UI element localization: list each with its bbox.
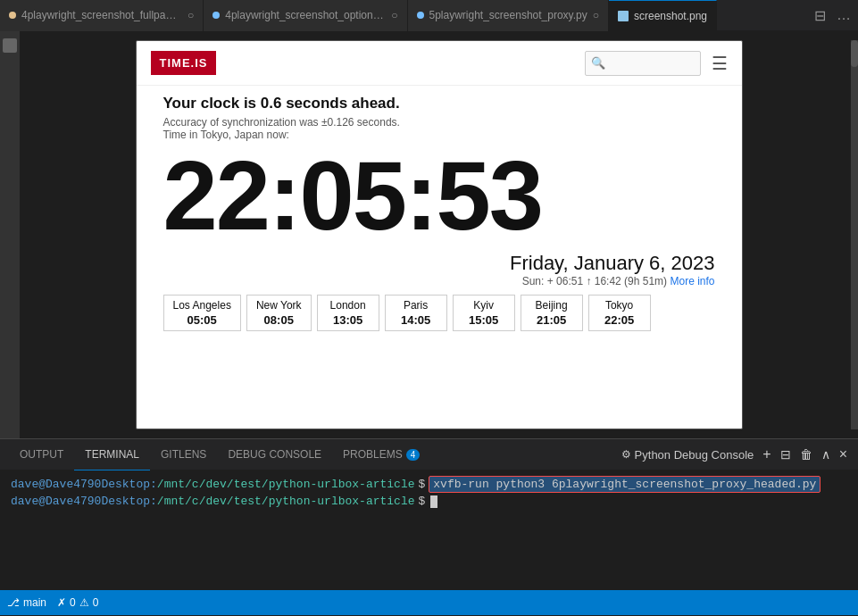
- city-box-tokyo[interactable]: Tokyo 22:05: [588, 295, 651, 331]
- tab-problems[interactable]: PROBLEMS 4: [332, 439, 430, 470]
- city-box-newyork[interactable]: New York 08:05: [246, 295, 312, 331]
- clock-time-display: 22:05:53: [163, 146, 715, 245]
- warning-icon: ⚠: [79, 596, 89, 609]
- tab-dot-1: [9, 12, 16, 19]
- scrollbar-thumb[interactable]: [851, 40, 858, 67]
- terminal-line-2: dave@Dave4790Desktop : /mnt/c/dev/test/p…: [11, 495, 847, 508]
- gear-icon: ⚙: [621, 448, 631, 461]
- clock-date: Friday, January 6, 2023: [163, 252, 715, 275]
- city-time-london: 13:05: [327, 313, 370, 327]
- error-icon: ✗: [57, 596, 66, 609]
- bottom-panel: OUTPUT TERMINAL GITLENS DEBUG CONSOLE PR…: [0, 438, 858, 590]
- city-name-london: London: [327, 299, 370, 312]
- tab-terminal-label: TERMINAL: [85, 448, 139, 461]
- city-box-paris[interactable]: Paris 14:05: [385, 295, 447, 331]
- city-time-kyiv: 15:05: [462, 313, 505, 327]
- clock-sun-info: Sun: + 06:51 ↑ 16:42 (9h 51m) More info: [163, 275, 715, 287]
- city-box-beijing[interactable]: Beijing 21:05: [521, 295, 583, 331]
- status-bar: ⎇ main ✗ 0 ⚠ 0: [0, 590, 858, 615]
- tab-debug-console[interactable]: DEBUG CONSOLE: [217, 439, 332, 470]
- tab-modified-2: ○: [391, 9, 397, 21]
- new-terminal-button[interactable]: +: [761, 445, 772, 464]
- timeis-search-box[interactable]: 🔍: [585, 51, 701, 76]
- terminal-user-2: dave@Dave4790Desktop: [11, 495, 150, 508]
- split-editor-button[interactable]: ⊟: [811, 5, 829, 26]
- timeis-logo[interactable]: TIME.IS: [151, 51, 217, 75]
- tab-modified-3: ○: [593, 9, 599, 21]
- tab-bar: 4playwright_screenshot_fullpage.py ○ 4pl…: [0, 0, 858, 31]
- city-name-paris: Paris: [395, 299, 437, 312]
- terminal-line-1: dave@Dave4790Desktop : /mnt/c/dev/test/p…: [11, 476, 847, 493]
- tab-output-label: OUTPUT: [20, 448, 63, 461]
- sun-info-text: Sun: + 06:51 ↑ 16:42 (9h 51m): [522, 275, 667, 287]
- clock-headline: Your clock is 0.6 seconds ahead.: [163, 95, 715, 112]
- split-terminal-button[interactable]: ⊟: [779, 445, 793, 463]
- tab-label-1: 4playwright_screenshot_fullpage.py: [21, 9, 182, 21]
- search-icon: 🔍: [591, 56, 605, 70]
- activity-bar-item: [3, 38, 17, 53]
- terminal-path-1: /mnt/c/dev/test/python-urlbox-article: [157, 478, 415, 491]
- tab-proxy-py[interactable]: 5playwright_screenshot_proxy.py ○: [408, 0, 609, 31]
- warning-count: 0: [93, 596, 99, 609]
- hamburger-menu-icon[interactable]: ☰: [712, 53, 728, 74]
- city-times-row: Los Angeles 05:05 New York 08:05 London …: [163, 295, 715, 331]
- tab-label-3: 5playwright_screenshot_proxy.py: [429, 9, 587, 21]
- tab-output[interactable]: OUTPUT: [9, 439, 74, 470]
- tab-dot-3: [417, 12, 424, 19]
- city-name-kyiv: Kyiv: [462, 299, 505, 312]
- problems-badge: 4: [406, 449, 421, 461]
- city-box-london[interactable]: London 13:05: [317, 295, 379, 331]
- tab-dot-2: [212, 12, 220, 19]
- clock-content: Your clock is 0.6 seconds ahead. Accurac…: [137, 86, 742, 345]
- tab-screenshot-png[interactable]: screenshot.png: [609, 0, 717, 31]
- terminal-dollar-2: $: [419, 495, 426, 508]
- tab-fullpage-py[interactable]: 4playwright_screenshot_fullpage.py ○: [0, 0, 204, 31]
- tab-options-py[interactable]: 4playwright_screenshot_options.py ○: [204, 0, 407, 31]
- terminal-content: dave@Dave4790Desktop : /mnt/c/dev/test/p…: [0, 470, 858, 590]
- git-branch-label: main: [23, 596, 46, 609]
- city-time-beijing: 21:05: [530, 313, 573, 327]
- terminal-at-1: :: [150, 478, 157, 491]
- git-branch-icon: ⎇: [7, 596, 20, 609]
- terminal-user-1: dave@Dave4790Desktop: [11, 478, 150, 491]
- tab-label-2: 4playwright_screenshot_options.py: [225, 9, 386, 21]
- timeis-header: TIME.IS 🔍 ☰: [137, 41, 742, 86]
- city-name-tokyo: Tokyo: [598, 299, 641, 312]
- terminal-at-2: :: [150, 495, 157, 508]
- browser-preview-area: TIME.IS 🔍 ☰ Your clock is 0.6 seconds ah…: [20, 31, 858, 438]
- city-time-newyork: 08:05: [256, 313, 302, 327]
- terminal-cursor: [430, 495, 437, 508]
- status-errors[interactable]: ✗ 0 ⚠ 0: [57, 596, 98, 609]
- tab-gitlens[interactable]: GITLENS: [150, 439, 217, 470]
- timeis-search-area: 🔍 ☰: [585, 51, 728, 76]
- terminal-path-2: /mnt/c/dev/test/python-urlbox-article: [157, 495, 415, 508]
- png-icon: [618, 11, 629, 21]
- error-count: 0: [70, 596, 76, 609]
- city-time-losangeles: 05:05: [173, 313, 231, 327]
- city-name-newyork: New York: [256, 299, 302, 312]
- city-time-tokyo: 22:05: [598, 313, 641, 327]
- clock-accuracy: Accuracy of synchronization was ±0.126 s…: [163, 116, 715, 129]
- tab-label-4: screenshot.png: [634, 10, 707, 22]
- city-box-losangeles[interactable]: Los Angeles 05:05: [163, 295, 241, 331]
- clock-date-row: Friday, January 6, 2023 Sun: + 06:51 ↑ 1…: [163, 252, 715, 287]
- more-info-link[interactable]: More info: [670, 275, 714, 287]
- python-debug-console-button[interactable]: ⚙ Python Debug Console: [620, 446, 756, 463]
- more-actions-button[interactable]: …: [833, 5, 854, 25]
- tab-problems-label: PROBLEMS: [343, 448, 403, 461]
- editor-scrollbar[interactable]: [851, 40, 858, 429]
- close-panel-button[interactable]: 🗑: [798, 445, 814, 463]
- maximize-panel-button[interactable]: ∧: [820, 445, 832, 463]
- collapse-panel-button[interactable]: ×: [837, 445, 849, 464]
- browser-window: TIME.IS 🔍 ☰ Your clock is 0.6 seconds ah…: [136, 40, 743, 429]
- tab-gitlens-label: GITLENS: [161, 448, 206, 461]
- city-name-beijing: Beijing: [530, 299, 573, 312]
- panel-tab-bar: OUTPUT TERMINAL GITLENS DEBUG CONSOLE PR…: [0, 439, 858, 470]
- terminal-command-1: xvfb-run python3 6playwright_screenshot_…: [429, 476, 821, 493]
- python-debug-label: Python Debug Console: [635, 448, 754, 462]
- status-git[interactable]: ⎇ main: [7, 596, 46, 609]
- clock-location: Time in Tokyo, Japan now:: [163, 129, 715, 141]
- city-box-kyiv[interactable]: Kyiv 15:05: [453, 295, 515, 331]
- tab-terminal[interactable]: TERMINAL: [74, 439, 150, 470]
- city-name-losangeles: Los Angeles: [173, 299, 231, 312]
